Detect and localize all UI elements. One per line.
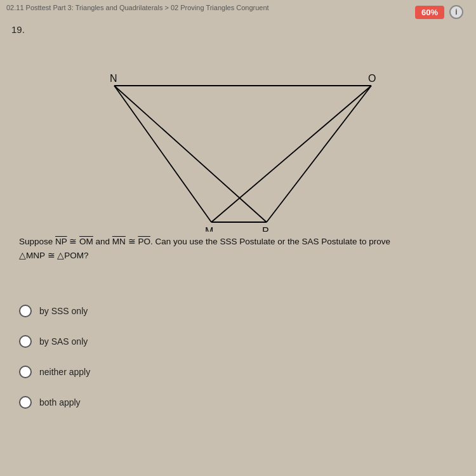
label-M: M (205, 226, 213, 232)
info-icon[interactable]: i (449, 5, 463, 19)
question-and: and (93, 237, 112, 246)
top-bar: 60% i (415, 5, 463, 19)
option-sss[interactable]: by SSS only (19, 305, 90, 317)
option-sas[interactable]: by SAS only (19, 335, 90, 348)
label-P: P (262, 226, 269, 232)
option-sss-label: by SSS only (39, 306, 88, 316)
option-neither[interactable]: neither apply (19, 366, 90, 378)
options-area: by SSS only by SAS only neither apply bo… (19, 305, 90, 409)
question-text: Suppose NP ≅ OM and MN ≅ PO. Can you use… (19, 235, 457, 262)
label-N: N (110, 73, 117, 84)
diagram-area: N O M P (19, 35, 457, 232)
svg-line-0 (114, 86, 211, 222)
radio-sas[interactable] (19, 335, 32, 348)
question-rest: . Can you use the SSS Postulate or the S… (150, 237, 390, 246)
segment-PO: PO (138, 237, 150, 246)
segment-MN: MN (112, 237, 126, 246)
segment-OM: OM (79, 237, 93, 246)
triangle-congruence: △MNP ≅ △POM? (19, 251, 89, 260)
radio-sss[interactable] (19, 305, 32, 317)
option-both[interactable]: both apply (19, 396, 90, 409)
label-O: O (368, 73, 376, 84)
question-number: 19. (11, 24, 25, 35)
radio-both[interactable] (19, 396, 32, 409)
svg-line-2 (211, 86, 371, 222)
question-intro: Suppose (19, 237, 55, 246)
congruent-sym-1: ≅ (67, 237, 80, 246)
breadcrumb: 02.11 Posttest Part 3: Triangles and Qua… (6, 4, 269, 11)
option-sas-label: by SAS only (39, 336, 88, 347)
geometry-diagram: N O M P (19, 35, 457, 232)
segment-NP: NP (55, 237, 67, 246)
radio-neither[interactable] (19, 366, 32, 378)
score-badge: 60% (415, 6, 444, 19)
option-both-label: both apply (39, 397, 81, 407)
congruent-sym-2: ≅ (126, 237, 138, 246)
svg-line-3 (267, 86, 371, 222)
svg-line-1 (114, 86, 267, 222)
option-neither-label: neither apply (39, 367, 90, 377)
